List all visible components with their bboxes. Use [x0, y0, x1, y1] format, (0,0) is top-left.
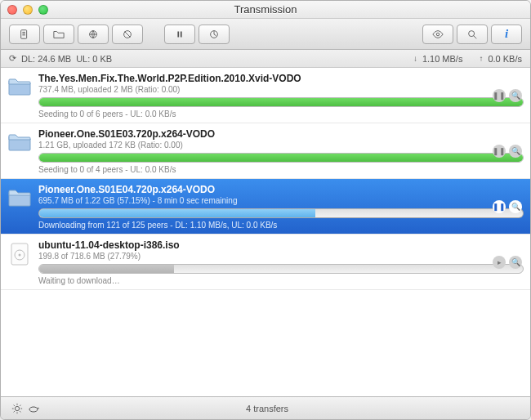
resume-button[interactable]: ▸ [493, 256, 506, 269]
row-actions: ▸🔍 [493, 256, 522, 269]
turtle-button[interactable] [25, 401, 42, 416]
dl-rate: 1.10 MB/s [422, 54, 463, 64]
transfer-count-label: 4 transfers [42, 404, 493, 413]
zoom-window-button[interactable] [38, 5, 48, 15]
down-arrow-icon: ↓ [413, 54, 417, 63]
open-torrent-button[interactable] [43, 25, 74, 44]
torrent-content: Pioneer.One.S01E03.720p.x264-VODO1.21 GB… [38, 128, 524, 174]
torrent-content: The.Yes.Men.Fix.The.World.P2P.Edition.20… [38, 73, 524, 118]
folder-icon [7, 128, 32, 153]
torrent-list: The.Yes.Men.Fix.The.World.P2P.Edition.20… [1, 68, 530, 396]
pause-button[interactable]: ❚❚ [493, 89, 506, 102]
torrent-row[interactable]: Pioneer.One.S01E04.720p.x264-VODO695.7 M… [1, 179, 530, 235]
filter-button[interactable] [457, 25, 488, 44]
svg-point-10 [19, 254, 21, 257]
torrent-status: Seeding to 0 of 6 peers - UL: 0.0 KB/s [38, 109, 524, 118]
bottom-bar: 4 transfers [1, 396, 530, 419]
pause-button[interactable]: ❚❚ [493, 145, 506, 158]
torrent-row[interactable]: The.Yes.Men.Fix.The.World.P2P.Edition.20… [1, 68, 530, 123]
row-actions: ❚❚🔍 [493, 89, 522, 102]
titlebar: Transmission [1, 1, 530, 19]
torrent-name: ubuntu-11.04-desktop-i386.iso [38, 239, 524, 251]
svg-point-12 [29, 407, 38, 412]
torrent-status: Downloading from 121 of 125 peers - DL: … [38, 221, 524, 230]
settings-button[interactable] [9, 401, 25, 416]
pause-button[interactable]: ❚❚ [493, 200, 506, 213]
create-torrent-button[interactable] [9, 25, 40, 44]
dl-total: DL: 24.6 MB [21, 54, 71, 64]
progress-bar [38, 208, 524, 218]
torrent-status: Waiting to download… [38, 276, 524, 285]
torrent-content: ubuntu-11.04-desktop-i386.iso199.8 of 71… [38, 239, 524, 285]
info-button[interactable]: i [491, 25, 522, 44]
disc-icon [7, 239, 32, 264]
row-actions: ❚❚🔍 [493, 145, 522, 158]
main-window: Transmission i ⟳ DL: 24.6 MB UL: 0 KB ↓ … [0, 0, 531, 420]
reveal-button[interactable]: 🔍 [509, 256, 522, 269]
progress-bar [38, 97, 524, 107]
window-title: Transmission [7, 3, 524, 16]
pause-all-button[interactable] [164, 25, 195, 44]
torrent-name: The.Yes.Men.Fix.The.World.P2P.Edition.20… [38, 73, 524, 84]
svg-point-6 [436, 33, 440, 36]
torrent-status: Seeding to 0 of 4 peers - UL: 0.0 KB/s [38, 165, 524, 174]
resume-all-button[interactable] [199, 25, 230, 44]
toolbar: i [1, 19, 530, 50]
torrent-name: Pioneer.One.S01E04.720p.x264-VODO [38, 184, 524, 195]
progress-bar [38, 264, 524, 274]
torrent-content: Pioneer.One.S01E04.720p.x264-VODO695.7 M… [38, 184, 524, 230]
svg-point-7 [469, 30, 475, 36]
folder-icon [7, 184, 32, 208]
torrent-row[interactable]: ubuntu-11.04-desktop-i386.iso199.8 of 71… [1, 235, 530, 290]
ul-rate: 0.0 KB/s [488, 54, 522, 64]
reveal-button[interactable]: 🔍 [509, 200, 522, 213]
up-arrow-icon: ↑ [479, 54, 483, 63]
folder-icon [7, 73, 32, 97]
ratio-icon: ⟳ [9, 53, 16, 64]
torrent-name: Pioneer.One.S01E03.720p.x264-VODO [38, 128, 524, 140]
remove-torrent-button[interactable] [112, 25, 143, 44]
close-window-button[interactable] [7, 5, 17, 15]
traffic-lights [7, 5, 48, 15]
svg-rect-3 [177, 31, 179, 37]
torrent-subtitle: 1.21 GB, uploaded 172 KB (Ratio: 0.00) [38, 141, 524, 150]
stats-bar: ⟳ DL: 24.6 MB UL: 0 KB ↓ 1.10 MB/s ↑ 0.0… [1, 50, 530, 68]
open-url-button[interactable] [78, 25, 109, 44]
torrent-subtitle: 695.7 MB of 1.22 GB (57.15%) - 8 min 0 s… [38, 196, 524, 205]
torrent-subtitle: 199.8 of 718.6 MB (27.79%) [38, 252, 524, 261]
torrent-row[interactable]: Pioneer.One.S01E03.720p.x264-VODO1.21 GB… [1, 123, 530, 179]
minimize-window-button[interactable] [23, 5, 33, 15]
svg-rect-4 [181, 31, 182, 37]
reveal-button[interactable]: 🔍 [509, 89, 522, 102]
svg-point-11 [15, 406, 19, 410]
ul-total: UL: 0 KB [76, 54, 112, 64]
row-actions: ❚❚🔍 [493, 200, 522, 213]
reveal-button[interactable]: 🔍 [509, 145, 522, 158]
quicklook-button[interactable] [422, 25, 453, 44]
progress-bar [38, 153, 524, 163]
torrent-subtitle: 737.4 MB, uploaded 2 MB (Ratio: 0.00) [38, 85, 524, 94]
svg-rect-0 [21, 29, 27, 38]
